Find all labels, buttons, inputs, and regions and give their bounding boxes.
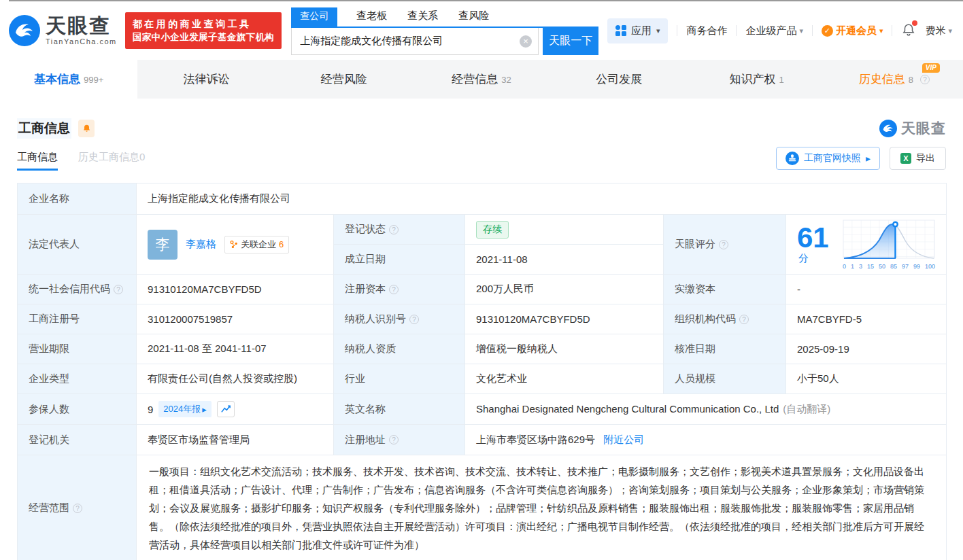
divider	[812, 25, 813, 36]
nav-open-vip[interactable]: ✓ 开通会员 ▾	[822, 24, 883, 37]
related-companies-badge[interactable]: 关联企业 6	[224, 236, 289, 253]
tab-legal-litigation[interactable]: 法律诉讼	[137, 60, 275, 99]
score-unit: 分	[798, 252, 809, 264]
promo-banner: 都在用的商业查询工具 国家中小企业发展子基金旗下机构	[125, 12, 282, 49]
help-icon[interactable]: ?	[114, 285, 123, 294]
legal-rep-avatar[interactable]: 李	[148, 230, 178, 260]
help-icon[interactable]: ?	[739, 315, 749, 324]
tab-basic-info[interactable]: 基本信息 999+	[0, 60, 137, 99]
tianyancha-swirl-icon	[879, 120, 897, 137]
official-snapshot-button[interactable]: 工商官网快照 ▸	[776, 147, 880, 170]
tianyancha-logo[interactable]: 天眼查 TianYanCha.com	[9, 15, 117, 46]
field-value-reg-number: 310120007519857	[137, 304, 334, 334]
tab-operation-risk[interactable]: 经营风险	[275, 60, 413, 99]
search-tabs: 查公司 查老板 查关系 查风险	[291, 7, 598, 28]
nav-enterprise-products[interactable]: 企业级产品 ▾	[745, 24, 803, 37]
subtab-history-business-info[interactable]: 历史工商信息0	[78, 151, 145, 171]
arrow-right-icon: ▸	[866, 153, 871, 164]
field-value-company-type: 有限责任公司(自然人投资或控股)	[137, 364, 334, 394]
apps-grid-icon	[615, 25, 626, 36]
field-label-taxpayer-quality: 纳税人资质	[334, 334, 465, 364]
help-icon[interactable]: ?	[719, 240, 728, 249]
field-value-reg-capital: 200万人民币	[465, 275, 664, 304]
help-icon[interactable]: ?	[389, 225, 399, 234]
field-label-score: 天眼评分?	[664, 215, 786, 275]
field-value-credit-code: 91310120MA7CBYFD5D	[137, 275, 334, 304]
search-submit-button[interactable]: 天眼一下	[543, 28, 598, 55]
field-label-company-type: 企业类型	[18, 364, 137, 394]
field-label-paid-capital: 实缴资本	[664, 275, 786, 304]
trend-chart-icon[interactable]	[217, 401, 235, 417]
field-value-approval-date: 2025-09-19	[786, 334, 947, 364]
search-tab-boss[interactable]: 查老板	[355, 7, 388, 27]
field-label-company-name: 企业名称	[18, 183, 137, 215]
field-value-company-name: 上海指定能成文化传播有限公司	[137, 183, 947, 215]
field-value-est-date: 2021-11-08	[465, 245, 664, 275]
score-chart-ticks: 0131550859799100	[843, 263, 935, 270]
field-label-biz-term: 营业期限	[18, 334, 137, 364]
apps-label: 应用	[631, 24, 652, 37]
field-label-reg-authority: 登记机关	[18, 425, 137, 455]
field-label-approval-date: 核准日期	[664, 334, 786, 364]
field-label-taxpayer-id: 纳税人识别号?	[334, 304, 465, 334]
field-label-reg-address: 注册地址?	[334, 425, 465, 455]
business-info-table: 企业名称 上海指定能成文化传播有限公司 法定代表人 李 李嘉格	[17, 183, 947, 560]
search-input[interactable]	[291, 28, 539, 55]
score-value: 61	[797, 222, 829, 253]
search-tab-relation[interactable]: 查关系	[406, 7, 439, 27]
export-button[interactable]: X 导出	[890, 147, 946, 170]
score-distribution-chart[interactable]: 0131550859799100	[843, 220, 935, 270]
field-value-paid-capital: -	[786, 275, 947, 304]
field-value-score: 61分	[786, 215, 947, 275]
vip-badge: VIP	[922, 63, 940, 73]
field-value-org-code: MA7CBYFD-5	[786, 304, 947, 334]
banner-line2: 国家中小企业发展子基金旗下机构	[133, 31, 275, 44]
search-tab-company[interactable]: 查公司	[291, 7, 337, 27]
apps-menu[interactable]: 应用 ▾	[607, 18, 669, 43]
field-label-staff-size: 人员规模	[664, 364, 786, 394]
annual-report-badge[interactable]: 2024年报 ▸	[158, 401, 211, 417]
field-label-legal-rep: 法定代表人	[18, 215, 137, 275]
search-tab-risk[interactable]: 查风险	[457, 7, 490, 27]
chevron-down-icon: ▾	[879, 27, 883, 35]
clear-search-icon[interactable]: ×	[520, 35, 532, 48]
watermark-text: 天眼查	[901, 119, 946, 138]
field-label-english-name: 英文名称	[334, 394, 465, 425]
field-label-credit-code: 统一社会信用代码?	[18, 275, 137, 304]
legal-rep-name-link[interactable]: 李嘉格	[186, 238, 216, 251]
tab-intellectual-property[interactable]: 知识产权 1	[688, 60, 825, 99]
field-value-reg-address: 上海市奉贤区场中路629号 附近公司	[465, 425, 947, 455]
field-value-english-name: Shanghai Designated Nengcheng Cultural C…	[465, 394, 947, 425]
tab-operation-info[interactable]: 经营信息 32	[413, 60, 550, 99]
field-label-reg-capital: 注册资本?	[334, 275, 465, 304]
monitor-bell-icon[interactable]	[78, 120, 95, 137]
subtab-business-info[interactable]: 工商信息	[17, 151, 58, 171]
field-value-legal-rep: 李 李嘉格 关联企业 6	[137, 215, 334, 275]
user-menu[interactable]: 费米 ▾	[925, 24, 952, 37]
nav-cooperation[interactable]: 商务合作	[686, 24, 727, 37]
divider	[892, 25, 892, 36]
field-value-staff-size: 小于50人	[786, 364, 947, 394]
tab-company-development[interactable]: 公司发展	[550, 60, 688, 99]
field-label-reg-status: 登记状态?	[334, 215, 465, 245]
notification-bell-icon[interactable]	[901, 22, 916, 39]
tab-history-info[interactable]: VIP 历史信息 8 ?	[826, 60, 963, 99]
help-icon[interactable]: ?	[409, 315, 419, 324]
help-icon[interactable]: ?	[920, 75, 930, 84]
help-icon[interactable]: ?	[389, 435, 399, 444]
banner-line1: 都在用的商业查询工具	[133, 17, 275, 31]
nearby-companies-link[interactable]: 附近公司	[603, 434, 644, 445]
divider	[677, 25, 677, 36]
chevron-down-icon: ▾	[656, 27, 660, 35]
help-icon[interactable]: ?	[389, 285, 399, 294]
help-icon[interactable]: ?	[73, 504, 82, 513]
logo-domain-text: TianYanCha.com	[46, 37, 117, 46]
divider	[736, 25, 737, 36]
auto-translate-note: (自动翻译)	[783, 403, 830, 415]
related-companies-icon	[230, 241, 238, 249]
logo-brand-text: 天眼查	[46, 16, 117, 36]
section-title: 工商信息	[17, 118, 71, 139]
vip-crown-icon: ✓	[822, 25, 833, 37]
site-header: 天眼查 TianYanCha.com 都在用的商业查询工具 国家中小企业发展子基…	[0, 1, 963, 60]
username: 费米	[925, 24, 945, 37]
